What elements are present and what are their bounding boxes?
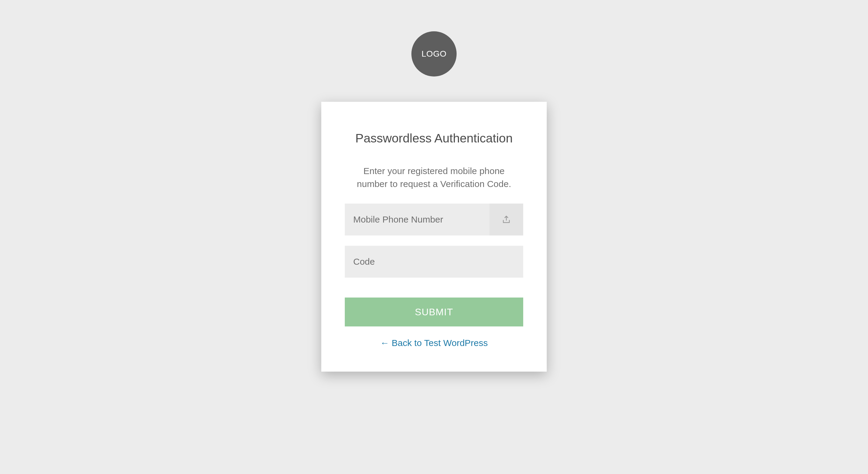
logo-text: LOGO xyxy=(422,49,447,59)
logo: LOGO xyxy=(411,31,457,76)
phone-input[interactable] xyxy=(345,204,490,236)
login-card: Passwordless Authentication Enter your r… xyxy=(321,102,547,372)
spacer xyxy=(345,278,523,298)
phone-input-row xyxy=(345,204,523,236)
back-link-text: Back to Test WordPress xyxy=(392,338,488,348)
card-title: Passwordless Authentication xyxy=(355,131,513,145)
send-code-button[interactable] xyxy=(490,204,523,236)
back-link[interactable]: ← Back to Test WordPress xyxy=(380,338,488,348)
instruction-text: Enter your registered mobile phone numbe… xyxy=(345,165,523,190)
arrow-left-icon: ← xyxy=(380,338,389,348)
submit-button[interactable]: SUBMIT xyxy=(345,298,523,327)
code-input[interactable] xyxy=(345,246,523,278)
upload-icon xyxy=(502,215,511,224)
